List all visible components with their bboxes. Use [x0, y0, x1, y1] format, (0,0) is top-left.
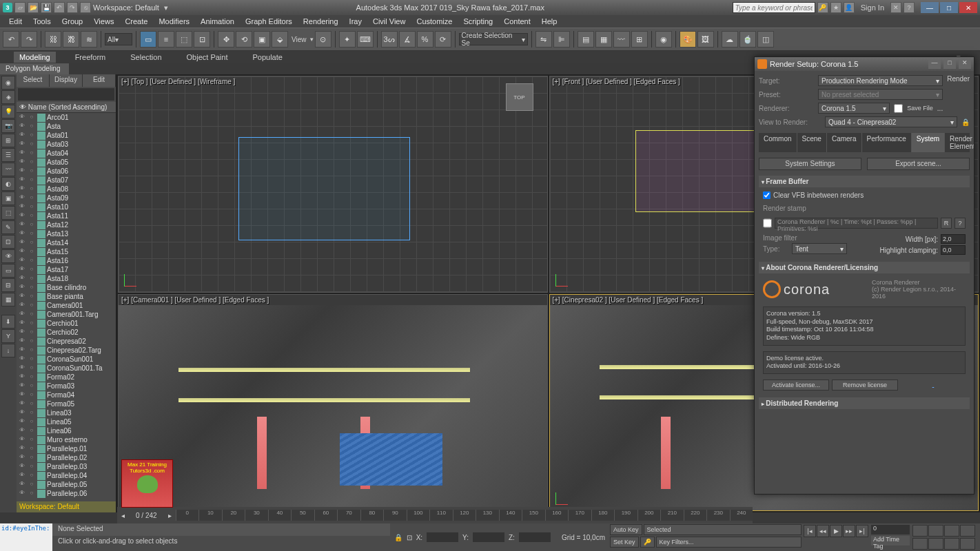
material-button[interactable]: ◉ [655, 31, 672, 48]
menu-grapheditors[interactable]: Graph Editors [241, 16, 297, 27]
se-tool-4[interactable]: 📷 [1, 119, 15, 133]
remove-license-button[interactable]: Remove license [832, 380, 898, 391]
export-scene-button[interactable]: Export scene... [867, 158, 970, 170]
scene-item[interactable]: 👁○Parallelep.05 [17, 480, 116, 489]
se-tab-edit[interactable]: Edit [83, 74, 116, 87]
scene-item[interactable]: 👁○Asta07 [17, 176, 116, 185]
vp-front-label[interactable]: [+] [Front ] [User Defined ] [Edged Face… [553, 78, 680, 85]
se-tool-1[interactable]: ◉ [1, 76, 15, 90]
star-icon[interactable]: ★ [830, 2, 841, 13]
zoom-ext-button[interactable] [912, 538, 928, 550]
window-cross-button[interactable]: ⊡ [194, 31, 210, 48]
time-ruler[interactable]: 0102030405060708090100110120130140150160… [176, 510, 753, 521]
new-icon[interactable]: ▱ [14, 2, 25, 13]
scene-item[interactable]: 👁○Camera001.Targ [17, 310, 116, 319]
se-tab-display[interactable]: Display [50, 74, 83, 87]
se-tool-15[interactable]: ⊟ [1, 278, 15, 292]
scene-item[interactable]: 👁○Linea03 [17, 408, 116, 417]
align-button[interactable]: ⊫ [553, 31, 570, 48]
timeline[interactable]: ◂ 0 / 242 ▸ 0102030405060708090100110120… [117, 507, 753, 523]
orbit-button[interactable] [928, 538, 943, 550]
scene-item[interactable]: 👁○Forma03 [17, 382, 116, 391]
scene-item[interactable]: 👁○Asta16 [17, 256, 116, 265]
scene-item[interactable]: 👁○Asta15 [17, 247, 116, 256]
clear-vfb-checkbox[interactable] [763, 191, 770, 199]
bind-button[interactable]: ≋ [81, 31, 97, 48]
scene-item[interactable]: 👁○CoronaSun001 [17, 355, 116, 364]
filter-width-spinner[interactable]: 2,0 [941, 234, 966, 244]
vp-top-label[interactable]: [+] [Top ] [User Defined ] [Wireframe ] [121, 78, 235, 85]
move-button[interactable]: ✥ [218, 31, 234, 48]
scene-item[interactable]: 👁○Asta [17, 122, 116, 131]
menu-edit[interactable]: Edit [4, 16, 27, 27]
stamp-r-button[interactable]: R [941, 218, 952, 229]
render-iray-button[interactable]: 🍵 [739, 31, 756, 48]
filter-type-dropdown[interactable]: Tent [792, 243, 847, 254]
help-search-input[interactable] [733, 2, 815, 13]
scene-item[interactable]: 👁○Asta01 [17, 131, 116, 140]
renderer-dropdown[interactable]: Corona 1.5 [818, 103, 890, 114]
ribbon-objectpaint[interactable]: Object Paint [181, 52, 234, 63]
redo-icon[interactable]: ↷ [67, 2, 78, 13]
framebuffer-header[interactable]: Frame Buffer [759, 176, 970, 187]
minimize-button[interactable]: — [921, 2, 939, 13]
mirror-button[interactable]: ⇋ [535, 31, 552, 48]
pivot-button[interactable]: ⊙ [315, 31, 331, 48]
se-column-header[interactable]: 👁 Name (Sorted Ascending) [17, 102, 116, 113]
savefile-checkbox[interactable] [894, 104, 903, 113]
scene-item[interactable]: 👁○Asta12 [17, 220, 116, 229]
lock-icon[interactable]: 🔒 [394, 534, 402, 541]
layer-explorer-button[interactable]: ▦ [595, 31, 612, 48]
scene-item[interactable]: 👁○Asta18 [17, 274, 116, 283]
setkey-button[interactable]: Set Key [610, 537, 639, 548]
stamp-text-input[interactable]: Corona Renderer | %c | Time: %pt | Passe… [775, 218, 938, 229]
percent-snap-button[interactable]: % [417, 31, 433, 48]
render-button[interactable]: Render [947, 75, 970, 114]
se-tool-2[interactable]: ◈ [1, 90, 15, 104]
selection-filter[interactable]: All ▾ [105, 33, 132, 45]
vp-cam2-label[interactable]: [+] [Cinepresa02 ] [User Defined ] [Edge… [553, 296, 704, 304]
select-name-button[interactable]: ≡ [158, 31, 174, 48]
menu-modifiers[interactable]: Modifiers [154, 16, 194, 27]
scene-item[interactable]: 👁○Parallelep.01 [17, 444, 116, 453]
maximize-button[interactable]: □ [940, 2, 958, 13]
se-tool-8[interactable]: ◐ [1, 177, 15, 191]
key-icon[interactable]: 🔑 [817, 2, 828, 13]
distributed-header[interactable]: Distributed Rendering [759, 397, 970, 409]
ribbon-selection[interactable]: Selection [125, 52, 167, 63]
stamp-enable-checkbox[interactable] [763, 218, 772, 229]
se-tool-11[interactable]: ✎ [1, 220, 15, 234]
target-dropdown[interactable]: Production Rendering Mode [818, 75, 943, 86]
se-workspace-label[interactable]: Workspace: Default [17, 501, 116, 512]
scene-item[interactable]: 👁○Asta13 [17, 229, 116, 238]
scene-item[interactable]: 👁○Camera001 [17, 301, 116, 310]
se-tool-5[interactable]: ⊞ [1, 134, 15, 147]
minmax-button[interactable] [960, 538, 975, 550]
menu-group[interactable]: Group [57, 16, 88, 27]
menu-iray[interactable]: Iray [345, 16, 367, 27]
maxscript-listener[interactable]: id:#eyeInThe: [0, 523, 52, 551]
transform-typein[interactable]: 🔒 ⊡ X: Y: Z: Grid = 10,0cm [390, 523, 609, 551]
menu-scripting[interactable]: Scripting [458, 16, 498, 27]
scene-item[interactable]: 👁○Cinepresa02.Targ [17, 346, 116, 355]
ribbon-panel-label[interactable]: Polygon Modeling [0, 63, 69, 74]
menu-animation[interactable]: Animation [196, 16, 239, 27]
dialog-minimize[interactable]: — [928, 59, 941, 69]
scene-item[interactable]: 👁○Forma05 [17, 399, 116, 408]
goto-end-button[interactable]: ▸| [856, 525, 868, 537]
menu-content[interactable]: Content [499, 16, 535, 27]
spinner-snap-button[interactable]: ⟳ [435, 31, 451, 48]
angle-snap-button[interactable]: ∡ [399, 31, 416, 48]
scene-item[interactable]: 👁○Forma04 [17, 391, 116, 399]
keyb-button[interactable]: ⌨ [357, 31, 374, 48]
scene-item[interactable]: 👁○Linea06 [17, 426, 116, 435]
scene-item[interactable]: 👁○Asta04 [17, 149, 116, 158]
named-selection-set[interactable]: Create Selection Se ▾ [459, 33, 528, 45]
ribbon-modeling[interactable]: Modeling [14, 52, 56, 63]
close-button[interactable]: ✕ [959, 2, 977, 13]
schematic-button[interactable]: ⊞ [631, 31, 648, 48]
scene-item[interactable]: 👁○Asta08 [17, 185, 116, 194]
scene-list[interactable]: 👁○Arco01👁○Asta👁○Asta01👁○Asta03👁○Asta04👁○… [17, 113, 116, 501]
ribbon-populate[interactable]: Populate [247, 52, 287, 63]
goto-start-button[interactable]: |◂ [804, 525, 816, 537]
